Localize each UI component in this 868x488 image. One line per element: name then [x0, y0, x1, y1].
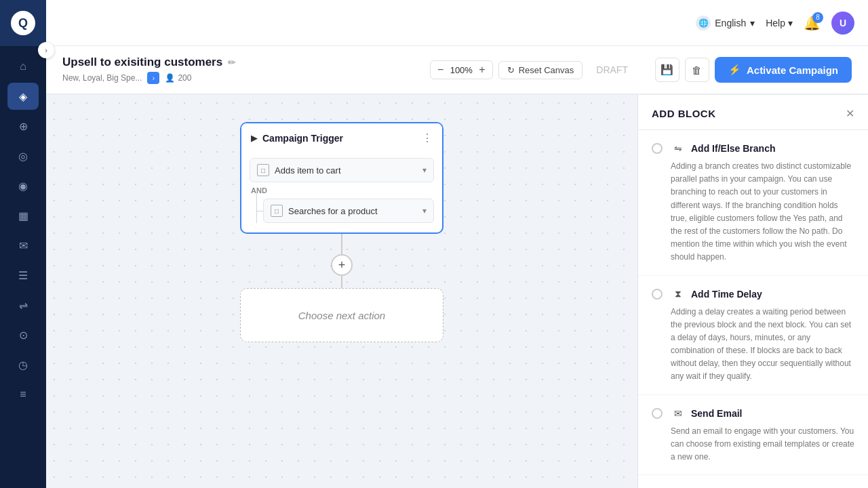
users-icon: 👤: [165, 73, 175, 83]
trigger-header: ▶ Campaign Trigger ⋮: [241, 123, 442, 152]
add-block-button[interactable]: +: [331, 254, 353, 276]
activate-label: Activate Campaign: [747, 64, 838, 76]
draft-status: DRAFT: [588, 64, 636, 75]
chevron-down-icon: ▾: [750, 18, 755, 28]
notification-badge: 8: [812, 12, 823, 23]
help-button[interactable]: Help ▾: [766, 18, 793, 28]
timer-icon: ⧗: [671, 287, 686, 302]
condition-2-chevron[interactable]: ▾: [422, 206, 427, 216]
send-email-title: Send Email: [691, 408, 742, 419]
sidebar-expand-button[interactable]: ›: [38, 42, 54, 58]
trigger-block: ▶ Campaign Trigger ⋮ □ Adds item to cart…: [240, 122, 443, 234]
trigger-more-button[interactable]: ⋮: [422, 131, 433, 144]
zoom-out-button[interactable]: −: [435, 62, 446, 77]
sidebar: Q › ⌂ ◈ ⊕ ◎ ◉ ▦ ✉ ☰ ⇌ ⊙ ◷ ≡: [0, 0, 46, 488]
condition-row-1[interactable]: □ Adds item to cart ▾: [250, 158, 434, 182]
edit-title-icon[interactable]: ✏: [228, 57, 236, 68]
campaign-header: Upsell to exisiting customers ✏ New, Loy…: [46, 46, 868, 94]
save-icon: 💾: [660, 64, 673, 76]
chat-icon: ☰: [18, 269, 28, 282]
panel-title: ADD BLOCK: [652, 108, 716, 119]
block-option-send-email[interactable]: ✉ Send Email Send an email to engage wit…: [638, 395, 868, 476]
sub-condition-checkbox-icon: □: [271, 205, 283, 217]
campaign-area: ▶ Campaign Trigger ⋮ □ Adds item to cart…: [46, 95, 868, 488]
connector-line-top: [341, 234, 342, 254]
if-else-content: ⇋ Add If/Else Branch Adding a branch cre…: [671, 141, 854, 264]
time-delay-title: Add Time Delay: [691, 289, 762, 300]
sidebar-item-reports[interactable]: ▦: [7, 202, 39, 229]
user-avatar[interactable]: U: [831, 12, 854, 35]
sidebar-item-contacts[interactable]: ⊕: [7, 113, 39, 140]
home-icon: ⌂: [20, 60, 26, 73]
email-block-icon: ✉: [671, 406, 686, 421]
blocks-container: ▶ Campaign Trigger ⋮ □ Adds item to cart…: [240, 122, 443, 342]
chevron-right-icon: ›: [45, 46, 47, 54]
sidebar-item-home[interactable]: ⌂: [7, 53, 39, 80]
canvas[interactable]: ▶ Campaign Trigger ⋮ □ Adds item to cart…: [46, 95, 637, 488]
if-else-desc: Adding a branch creates two distinct cus…: [671, 160, 854, 264]
send-email-content: ✉ Send Email Send an email to engage wit…: [671, 406, 854, 464]
reset-canvas-label: Reset Canvas: [519, 65, 574, 75]
send-email-radio[interactable]: [652, 408, 663, 419]
email-icon: ✉: [19, 239, 28, 252]
sidebar-item-campaigns[interactable]: ◈: [7, 83, 39, 110]
add-block-panel: ADD BLOCK ✕ ⇋ Add If/Else Branch Adding …: [637, 95, 868, 488]
analytics-icon: ◎: [18, 150, 28, 163]
next-action-block[interactable]: Choose next action: [240, 288, 443, 342]
refresh-icon: ↻: [507, 65, 515, 75]
topbar: 🌐 English ▾ Help ▾ 🔔 8 U: [46, 0, 868, 46]
block-option-send-offer[interactable]: ⇄ Send Offer Increase your sales, gather…: [638, 475, 868, 488]
sidebar-item-integrations[interactable]: ⇌: [7, 291, 39, 319]
meta-users: 👤 200: [165, 73, 191, 83]
reports-icon: ▦: [18, 209, 28, 222]
sidebar-item-chat[interactable]: ☰: [7, 262, 39, 289]
sidebar-logo[interactable]: Q: [0, 0, 46, 46]
plus-icon: +: [338, 258, 346, 272]
delete-button[interactable]: 🗑: [685, 58, 709, 82]
time-delay-content: ⧗ Add Time Delay Adding a delay creates …: [671, 287, 854, 384]
send-email-header: ✉ Send Email: [671, 406, 854, 421]
reset-canvas-button[interactable]: ↻ Reset Canvas: [498, 61, 583, 79]
sidebar-item-analytics[interactable]: ◎: [7, 142, 39, 169]
sidebar-item-revenue[interactable]: ◉: [7, 172, 39, 199]
main-area: 🌐 English ▾ Help ▾ 🔔 8 U Upsell to exisi…: [46, 0, 868, 488]
time-delay-radio[interactable]: [652, 289, 663, 300]
zoom-value: 100%: [449, 65, 473, 75]
sidebar-item-clock[interactable]: ◷: [7, 351, 39, 378]
sub-condition-row: □ Searches for a product ▾: [263, 199, 434, 223]
condition-1-label: Adds item to cart: [275, 165, 417, 176]
meta-segments: New, Loyal, Big Spe...: [62, 73, 142, 83]
sidebar-nav: ⌂ ◈ ⊕ ◎ ◉ ▦ ✉ ☰ ⇌ ⊙ ◷ ≡: [0, 46, 46, 415]
condition-1-chevron[interactable]: ▾: [422, 165, 427, 175]
save-button[interactable]: 💾: [655, 58, 679, 82]
sidebar-item-notes[interactable]: ≡: [7, 381, 39, 408]
time-delay-desc: Adding a delay creates a waiting period …: [671, 306, 854, 384]
arrow-icon: ›: [147, 72, 159, 84]
condition-row-2[interactable]: □ Searches for a product ▾: [263, 199, 434, 223]
close-icon: ✕: [846, 108, 854, 119]
connector: +: [331, 234, 353, 288]
sidebar-item-audience[interactable]: ⊙: [7, 321, 39, 348]
contacts-icon: ⊕: [19, 120, 28, 133]
activate-campaign-button[interactable]: ⚡ Activate Campaign: [715, 57, 852, 83]
language-selector[interactable]: 🌐 English ▾: [696, 16, 755, 30]
user-count: 200: [178, 73, 191, 83]
toolbar-actions: 💾 🗑 ⚡ Activate Campaign: [655, 57, 852, 83]
panel-close-button[interactable]: ✕: [846, 107, 854, 120]
send-email-desc: Send an email to engage with your custom…: [671, 425, 854, 464]
condition-2-label: Searches for a product: [288, 206, 417, 216]
next-action-label: Choose next action: [298, 310, 385, 321]
block-option-time-delay[interactable]: ⧗ Add Time Delay Adding a delay creates …: [638, 276, 868, 395]
connector-line-bottom: [341, 276, 342, 288]
notifications-button[interactable]: 🔔 8: [804, 15, 821, 31]
globe-icon: 🌐: [696, 16, 711, 30]
help-label: Help: [766, 18, 785, 28]
sidebar-item-email[interactable]: ✉: [7, 232, 39, 259]
if-else-radio[interactable]: [652, 143, 663, 154]
trigger-title: ▶ Campaign Trigger: [251, 133, 343, 144]
and-label: AND: [250, 186, 434, 195]
trigger-body: □ Adds item to cart ▾ AND □ Searches for…: [241, 152, 442, 232]
if-else-title: Add If/Else Branch: [691, 143, 775, 154]
zoom-in-button[interactable]: +: [476, 62, 488, 77]
block-option-if-else[interactable]: ⇋ Add If/Else Branch Adding a branch cre…: [638, 130, 868, 276]
